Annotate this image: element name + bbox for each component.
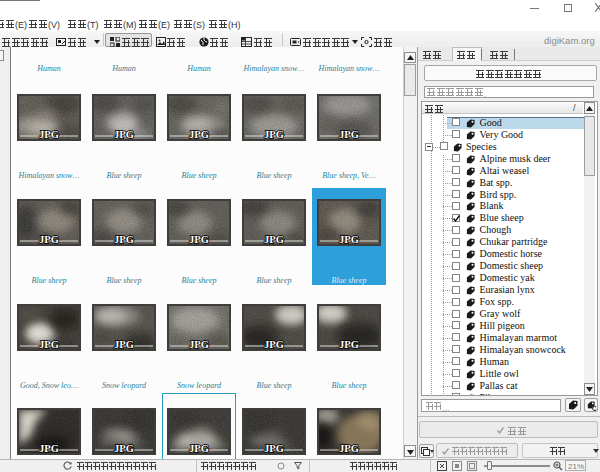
svg-text:JPG: JPG <box>114 339 134 350</box>
svg-text:JPG: JPG <box>39 129 59 140</box>
svg-text:JPG: JPG <box>339 234 359 245</box>
svg-text:JPG: JPG <box>339 339 359 350</box>
svg-text:JPG: JPG <box>339 129 359 140</box>
svg-text:JPG: JPG <box>114 129 134 140</box>
svg-text:JPG: JPG <box>264 339 284 350</box>
svg-text:JPG: JPG <box>264 443 284 454</box>
svg-text:JPG: JPG <box>39 443 59 454</box>
svg-text:JPG: JPG <box>114 234 134 245</box>
svg-text:JPG: JPG <box>339 443 359 454</box>
svg-text:JPG: JPG <box>189 339 209 350</box>
svg-text:JPG: JPG <box>264 129 284 140</box>
svg-text:JPG: JPG <box>189 129 209 140</box>
svg-text:JPG: JPG <box>189 234 209 245</box>
svg-text:JPG: JPG <box>114 443 134 454</box>
svg-text:JPG: JPG <box>39 339 59 350</box>
svg-text:JPG: JPG <box>264 234 284 245</box>
svg-text:JPG: JPG <box>39 234 59 245</box>
